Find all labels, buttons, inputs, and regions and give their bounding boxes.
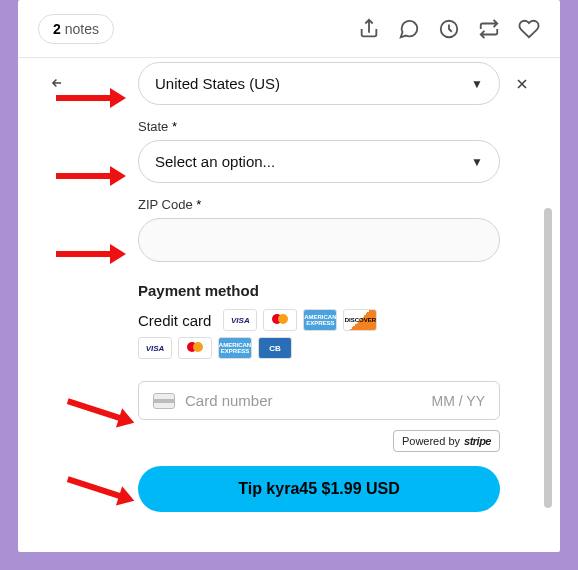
payment-method-heading: Payment method	[138, 282, 500, 299]
arrow-annotation	[56, 164, 126, 188]
cb-icon: CB	[258, 337, 292, 359]
card-number-input[interactable]: Card number MM / YY	[138, 381, 500, 420]
heart-icon[interactable]	[518, 18, 540, 40]
form-column: United States (US) ▼ State Select an opt…	[138, 62, 500, 542]
arrow-annotation	[56, 86, 126, 110]
tip-button[interactable]: Tip kyra45 $1.99 USD	[138, 466, 500, 512]
visa-icon: VISA	[138, 337, 172, 359]
app-frame: 2 notes	[18, 0, 560, 552]
powered-row: Powered by stripe	[138, 430, 500, 452]
zip-input[interactable]	[138, 218, 500, 262]
amex-icon: AMERICANEXPRESS	[303, 309, 337, 331]
country-value: United States (US)	[155, 75, 280, 92]
state-select[interactable]: Select an option... ▼	[138, 140, 500, 183]
inner-area: 2 notes	[18, 0, 560, 552]
close-button[interactable]	[514, 76, 530, 97]
top-bar: 2 notes	[18, 0, 560, 58]
card-icon	[153, 393, 175, 409]
amex-icon: AMERICANEXPRESS	[218, 337, 252, 359]
arrow-annotation	[56, 242, 126, 266]
chevron-down-icon: ▼	[471, 155, 483, 169]
visa-icon: VISA	[223, 309, 257, 331]
svg-point-2	[278, 314, 288, 324]
card-number-placeholder: Card number	[185, 392, 422, 409]
notes-pill[interactable]: 2 notes	[38, 14, 114, 44]
stripe-logo: stripe	[464, 435, 491, 447]
chevron-down-icon: ▼	[471, 77, 483, 91]
powered-by-stripe[interactable]: Powered by stripe	[393, 430, 500, 452]
arrow-annotation	[64, 468, 138, 512]
credit-card-row: Credit card VISA AMERICANEXPRESS DISCOVE…	[138, 309, 500, 331]
tip-button-label: Tip kyra45 $1.99 USD	[238, 480, 400, 497]
country-select[interactable]: United States (US) ▼	[138, 62, 500, 105]
card-logos-primary: VISA AMERICANEXPRESS DISCOVER	[223, 309, 377, 331]
powered-pre: Powered by	[402, 435, 460, 447]
credit-card-label: Credit card	[138, 312, 211, 329]
scrollbar[interactable]	[544, 208, 552, 508]
back-button[interactable]	[48, 76, 66, 94]
top-icons	[358, 18, 540, 40]
notes-label: notes	[65, 21, 99, 37]
mastercard-icon	[178, 337, 212, 359]
clock-icon[interactable]	[438, 18, 460, 40]
notes-count: 2	[53, 21, 61, 37]
share-icon[interactable]	[358, 18, 380, 40]
svg-point-4	[193, 342, 203, 352]
arrow-annotation	[64, 390, 138, 434]
state-placeholder: Select an option...	[155, 153, 275, 170]
state-label: State	[138, 119, 500, 134]
comment-icon[interactable]	[398, 18, 420, 40]
reblog-icon[interactable]	[478, 18, 500, 40]
zip-label: ZIP Code	[138, 197, 500, 212]
card-logos-secondary: VISA AMERICANEXPRESS CB	[138, 337, 318, 359]
card-expiry-placeholder: MM / YY	[432, 393, 485, 409]
mastercard-icon	[263, 309, 297, 331]
discover-icon: DISCOVER	[343, 309, 377, 331]
modal-area: United States (US) ▼ State Select an opt…	[18, 58, 560, 552]
